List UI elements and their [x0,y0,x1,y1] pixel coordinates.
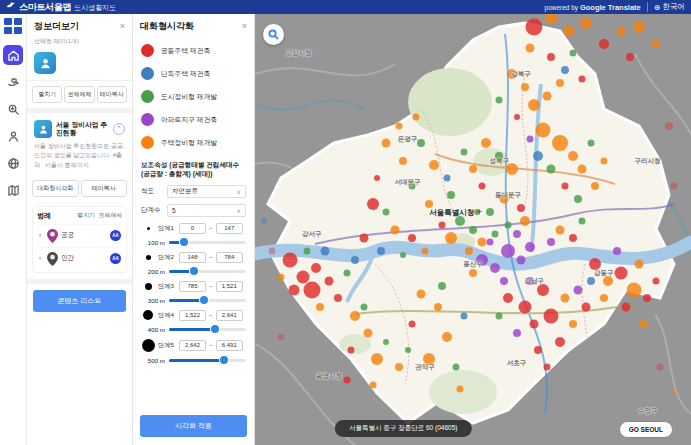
map-dot[interactable] [361,304,368,311]
map-dot[interactable] [653,278,660,285]
map-dot[interactable] [544,308,559,323]
map-dot[interactable] [461,148,468,155]
map-dot[interactable] [469,269,477,277]
map-dot[interactable] [500,277,508,285]
map-dot[interactable] [563,26,574,37]
map-dot[interactable] [537,284,549,296]
map-dot[interactable] [481,138,491,148]
map-dot[interactable] [579,217,586,224]
map-dot[interactable] [603,276,613,286]
legend-item[interactable]: +민간AA [37,247,122,270]
step-max-input[interactable] [216,281,243,292]
map-dot[interactable] [477,238,486,247]
map-dot[interactable] [413,114,420,121]
map-dot[interactable] [634,259,643,268]
map-dot[interactable] [501,244,515,258]
map-dot[interactable] [474,209,480,215]
viz-panel-close-button[interactable]: × [242,22,247,31]
map-dot[interactable] [486,208,494,216]
info-panel-close-button[interactable]: × [120,22,125,31]
map-dot[interactable] [490,263,500,273]
map-dot[interactable] [600,294,608,302]
map-dot[interactable] [652,40,660,48]
map-dot[interactable] [589,258,601,270]
map-dot[interactable] [360,234,369,243]
map-dot[interactable] [582,303,591,312]
map-dot[interactable] [496,312,503,319]
map-dot[interactable] [487,239,494,246]
map-dot[interactable] [560,294,569,303]
map-dot[interactable] [526,18,543,35]
map-dot[interactable] [556,79,564,87]
map-dot[interactable] [573,285,582,294]
slider-handle[interactable] [211,325,219,333]
legend-item[interactable]: +공공AA [37,224,122,247]
step-max-input[interactable] [216,223,243,234]
radius-slider[interactable] [169,299,246,302]
map-dot[interactable] [526,135,533,142]
map-dot[interactable] [491,230,498,237]
map-dot[interactable] [469,165,477,173]
selected-theme-thumbnail[interactable] [34,52,56,74]
step-min-input[interactable] [179,281,206,292]
map-dot[interactable] [552,135,568,151]
go-seoul-button[interactable]: GO SEOUL [619,421,673,438]
address-bar[interactable]: 서울특별시 중구 장충단로 60 (04605) [335,420,471,437]
collapse-chevron-button[interactable]: ⌃ [113,123,125,135]
map-dot[interactable] [364,328,373,337]
map-dot[interactable] [547,165,556,174]
map-dot[interactable] [425,200,433,208]
map-dot[interactable] [278,334,284,340]
app-logo[interactable]: 스마트서울맵 도시생활지도 [6,0,116,14]
radius-slider[interactable] [169,270,246,273]
map-dot[interactable] [395,123,402,130]
map-dot[interactable] [533,151,543,161]
expand-button[interactable]: 펼치기 [32,86,62,103]
aa-style-badge[interactable]: AA [110,253,121,264]
base-map-button[interactable] [3,180,23,200]
map-dot[interactable] [544,364,551,371]
map-dot[interactable] [461,312,468,319]
open-viz-button[interactable]: 대화형시각화 [32,180,79,197]
step-max-input[interactable] [216,340,243,351]
map-dot[interactable] [579,75,586,82]
map-dot[interactable] [351,256,359,264]
legend-clear-link[interactable]: 전체해제 [99,211,122,220]
step-max-input[interactable] [216,252,243,263]
map-dot[interactable] [517,204,525,212]
map-dot[interactable] [547,238,555,246]
map-dot[interactable] [350,311,360,321]
map-canvas[interactable]: 고양시청강북구은평구성북구서대문구동대문구구리시청강서구용산구강남구강동구관악구… [255,14,691,445]
map-dot[interactable] [289,284,300,295]
content-list-button[interactable]: 콘텐츠 리스트 [33,290,126,312]
map-dot[interactable] [671,390,677,396]
apply-visualization-button[interactable]: 시각화 적용 [140,415,247,437]
radius-slider[interactable] [169,359,246,362]
slider-handle[interactable] [220,356,228,364]
map-dot[interactable] [521,83,529,91]
map-dot[interactable] [543,91,552,100]
map-dot[interactable] [615,266,628,279]
map-dot[interactable] [261,218,267,224]
map-dot[interactable] [600,157,607,164]
copy-theme-button[interactable]: 테마복사 [97,86,127,103]
slider-handle[interactable] [200,296,208,304]
map-dot[interactable] [269,248,276,255]
map-dot[interactable] [400,252,406,258]
map-dot[interactable] [374,175,380,181]
map-dot[interactable] [423,353,435,365]
map-dot[interactable] [665,122,673,130]
map-dot[interactable] [495,152,503,160]
map-dot[interactable] [633,21,645,33]
map-dot[interactable] [443,174,450,181]
map-dot[interactable] [377,247,385,255]
map-dot[interactable] [528,99,540,111]
map-dot[interactable] [534,346,542,354]
map-dot[interactable] [455,216,465,226]
map-dot[interactable] [643,294,651,302]
legend-expand-link[interactable]: 펼치기 [77,211,94,220]
map-dot[interactable] [535,123,550,138]
map-dot[interactable] [408,183,415,190]
map-dot[interactable] [347,347,354,354]
map-dot[interactable] [278,273,285,280]
